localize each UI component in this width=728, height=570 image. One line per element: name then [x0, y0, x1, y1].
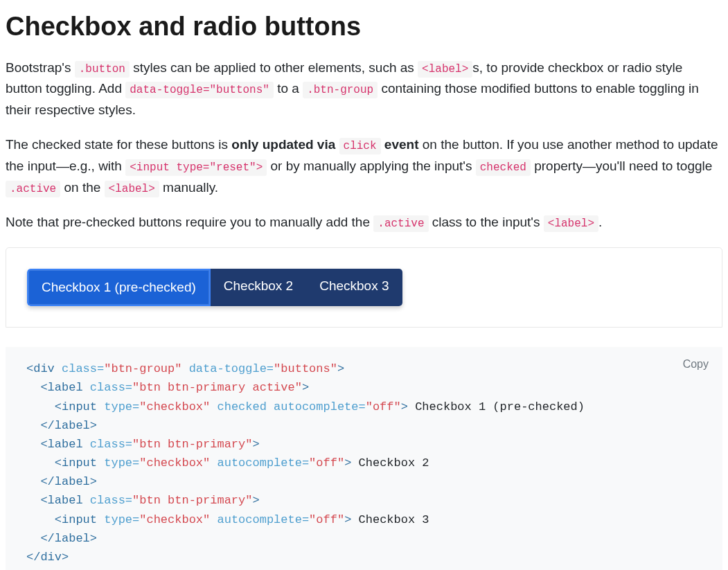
code-label-tag-3: <label> [544, 215, 598, 232]
checkbox-toggle-3[interactable]: Checkbox 3 [306, 269, 402, 306]
code-label-tag: <label> [418, 61, 472, 78]
checkbox-button-group: Checkbox 1 (pre-checked) Checkbox 2 Chec… [27, 269, 402, 306]
code-input-reset: <input type="reset"> [125, 159, 267, 176]
intro-paragraph-1: Bootstrap's .button styles can be applie… [6, 57, 722, 121]
intro-paragraph-3: Note that pre-checked buttons require yo… [6, 212, 722, 233]
code-click: click [339, 138, 381, 154]
code-data-toggle: data-toggle="buttons" [125, 82, 274, 98]
code-checked: checked [476, 159, 531, 176]
checkbox-toggle-1[interactable]: Checkbox 1 (pre-checked) [27, 269, 211, 306]
checkbox-toggle-2[interactable]: Checkbox 2 [211, 269, 306, 306]
intro-paragraph-2: The checked state for these buttons is o… [6, 134, 722, 198]
code-block: <div class="btn-group" data-toggle="butt… [26, 359, 702, 567]
copy-button[interactable]: Copy [683, 355, 709, 373]
code-example-panel: Copy <div class="btn-group" data-toggle=… [6, 347, 722, 570]
example-panel: Checkbox 1 (pre-checked) Checkbox 2 Chec… [6, 247, 722, 328]
code-button-class: .button [75, 61, 130, 78]
code-btn-group: .btn-group [303, 82, 378, 98]
code-active: .active [6, 181, 60, 197]
code-active-2: .active [373, 215, 428, 232]
page-title: Checkbox and radio buttons [6, 6, 722, 48]
emphasis-only-updated: only updated via click event [231, 137, 418, 152]
code-label-tag-2: <label> [105, 181, 159, 197]
